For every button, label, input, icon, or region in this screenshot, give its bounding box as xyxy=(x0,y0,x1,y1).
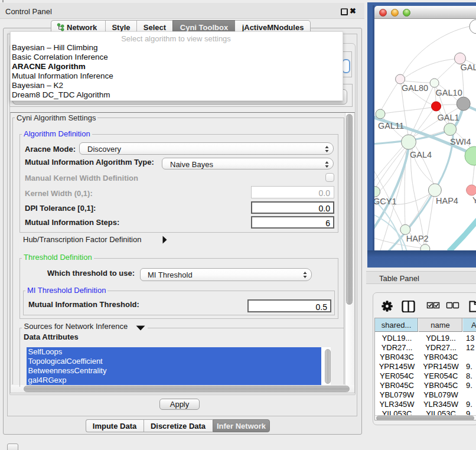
svg-text:GCY1: GCY1 xyxy=(374,197,397,206)
svg-text:GAL1: GAL1 xyxy=(438,113,459,122)
svg-text:SWI4: SWI4 xyxy=(450,137,471,146)
svg-text:Y: Y xyxy=(472,195,476,205)
svg-text:GAL11: GAL11 xyxy=(378,121,404,131)
svg-text:HAP4: HAP4 xyxy=(436,196,458,206)
svg-text:GAL10: GAL10 xyxy=(436,88,462,97)
svg-text:GAL2: GAL2 xyxy=(461,63,476,72)
svg-text:GAL80: GAL80 xyxy=(402,83,428,93)
svg-text:HAP2: HAP2 xyxy=(406,234,429,243)
svg-text:GAL4: GAL4 xyxy=(410,150,432,159)
